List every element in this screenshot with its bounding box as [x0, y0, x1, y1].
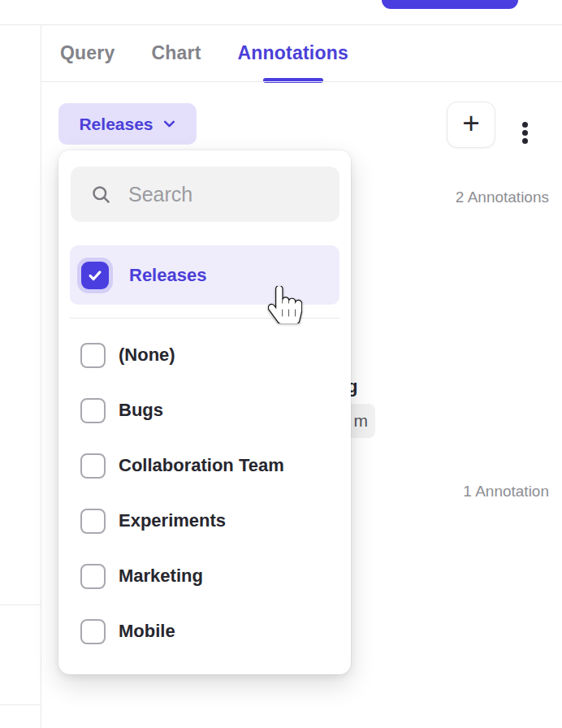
left-rail-row-divider	[0, 704, 41, 705]
active-tab-indicator	[263, 78, 323, 83]
dropdown-divider	[70, 318, 339, 318]
unchecked-checkbox[interactable]	[80, 619, 106, 644]
option-mobile[interactable]: Mobile	[70, 604, 339, 659]
releases-filter-button[interactable]: Releases	[58, 103, 197, 145]
group1-annotation-count: 2 Annotations	[456, 188, 549, 206]
tab-query[interactable]: Query	[60, 24, 115, 81]
dropdown-search-box[interactable]	[71, 167, 339, 222]
option-releases-label: Releases	[129, 265, 206, 286]
option-collaboration-team[interactable]: Collaboration Team	[70, 438, 339, 493]
kebab-icon	[522, 138, 528, 144]
dropdown-option-list: (None) Bugs Collaboration Team Experimen…	[70, 327, 339, 659]
unchecked-checkbox[interactable]	[80, 398, 106, 423]
search-icon	[90, 184, 112, 206]
tab-annotations-label: Annotations	[238, 42, 348, 64]
kebab-icon	[522, 122, 528, 128]
option-bugs-label: Bugs	[119, 400, 163, 421]
group2-annotation-count: 1 Annotation	[463, 483, 549, 500]
releases-filter-label: Releases	[79, 115, 153, 134]
option-mobile-label: Mobile	[119, 621, 175, 642]
option-experiments[interactable]: Experiments	[70, 493, 339, 548]
checked-checkbox[interactable]	[81, 262, 109, 289]
search-input[interactable]	[128, 183, 323, 206]
tab-chart-label: Chart	[151, 42, 201, 64]
option-collaboration-team-label: Collaboration Team	[119, 455, 284, 476]
option-marketing[interactable]: Marketing	[70, 548, 339, 604]
add-annotation-button[interactable]: +	[447, 102, 495, 148]
primary-action-button-partial[interactable]	[382, 0, 518, 9]
chevron-down-icon	[162, 117, 176, 131]
unchecked-checkbox[interactable]	[80, 509, 106, 534]
tab-bar: Query Chart Annotations	[60, 24, 348, 81]
option-marketing-label: Marketing	[119, 566, 203, 587]
kebab-icon	[522, 130, 528, 136]
plus-icon: +	[462, 108, 480, 138]
unchecked-checkbox[interactable]	[80, 343, 106, 368]
releases-filter-dropdown: Releases (None) Bugs Collaboration Team …	[58, 150, 351, 674]
unchecked-checkbox[interactable]	[80, 453, 106, 479]
option-none-label: (None)	[119, 344, 175, 366]
tab-query-label: Query	[60, 42, 115, 64]
more-options-button[interactable]	[514, 108, 535, 157]
obscured-annotation-tag-fragment: m	[354, 411, 369, 431]
tab-annotations[interactable]: Annotations	[238, 24, 348, 81]
option-bugs[interactable]: Bugs	[70, 383, 339, 438]
left-rail-row-divider	[0, 604, 41, 605]
option-experiments-label: Experiments	[119, 510, 226, 531]
unchecked-checkbox[interactable]	[80, 564, 106, 589]
option-none[interactable]: (None)	[70, 327, 339, 383]
tabbar-divider	[41, 81, 562, 82]
left-rail-divider	[41, 24, 41, 728]
tab-chart[interactable]: Chart	[151, 24, 201, 81]
option-releases[interactable]: Releases	[70, 245, 339, 305]
annotations-screen: Query Chart Annotations Releases + 2 Ann…	[0, 0, 562, 728]
